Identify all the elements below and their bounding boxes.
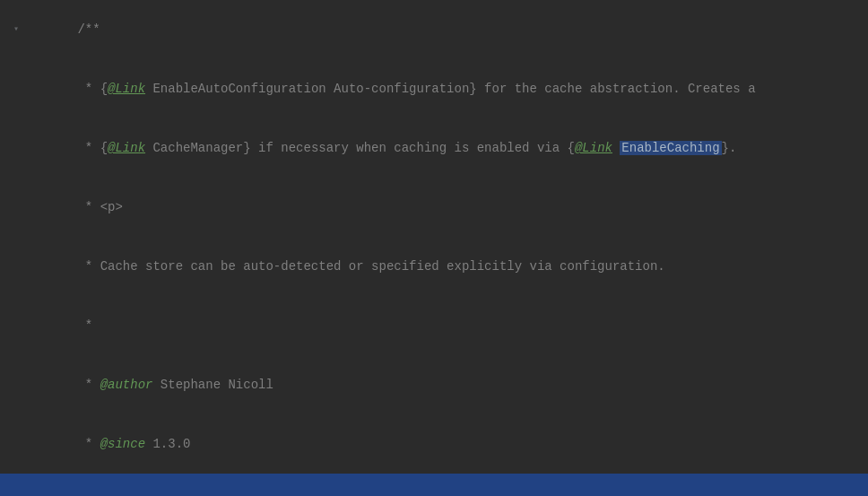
code-line: * {@Link CacheManager} if necessary when…: [0, 118, 868, 178]
code-editor: ▾ /** * {@Link EnableAutoConfiguration A…: [0, 0, 868, 496]
line-content: /**: [32, 0, 868, 59]
code-line-highlighted: * @see EnableCaching: [0, 474, 868, 496]
code-line: * <p>: [0, 178, 868, 237]
line-content: * @since 1.3.0: [32, 414, 868, 474]
code-line: *: [0, 296, 868, 355]
code-line: * {@Link EnableAutoConfiguration Auto-co…: [0, 59, 868, 118]
code-line: ▾ /**: [0, 0, 868, 59]
line-content: *: [32, 296, 868, 355]
line-content: * {@Link CacheManager} if necessary when…: [32, 118, 868, 178]
line-content: * {@Link EnableAutoConfiguration Auto-co…: [32, 59, 868, 118]
line-content: * @author Stephane Nicoll: [32, 355, 868, 414]
fold-gutter[interactable]: ▾: [7, 24, 25, 35]
code-line: * @author Stephane Nicoll: [0, 355, 868, 414]
line-content: * @see EnableCaching: [32, 474, 868, 496]
code-line: * @since 1.3.0: [0, 414, 868, 474]
line-content: * Cache store can be auto-detected or sp…: [32, 237, 868, 296]
code-line: * Cache store can be auto-detected or sp…: [0, 237, 868, 296]
line-content: * <p>: [32, 178, 868, 237]
fold-icon[interactable]: ▾: [11, 24, 22, 35]
